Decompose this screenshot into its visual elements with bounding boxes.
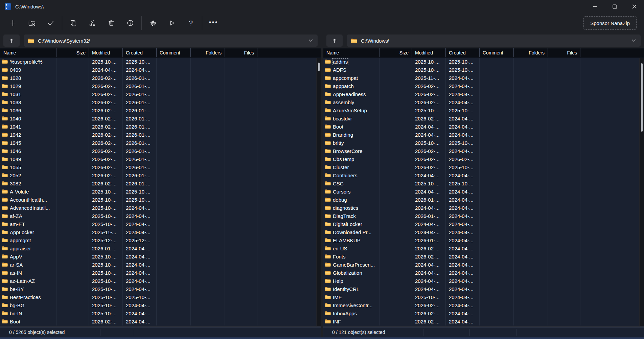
file-row[interactable]: en-US 2026-02-... 2024-04-... xyxy=(323,244,639,252)
maximize-button[interactable] xyxy=(605,0,624,13)
file-row[interactable]: Branding 2024-04-... 2024-04-... xyxy=(323,131,639,139)
file-row[interactable]: af-ZA 2025-10-... 2024-04-... xyxy=(0,212,316,220)
file-row[interactable]: ELAMBKUP 2026-01-... 2024-04-... xyxy=(323,236,639,244)
file-row[interactable]: 1055 2026-02-... 2026-01-... xyxy=(0,163,316,171)
file-row[interactable]: ar-SA 2025-10-... 2024-04-... xyxy=(0,261,316,269)
file-row[interactable]: 1036 2026-02-... 2026-01-... xyxy=(0,106,316,114)
file-row[interactable]: Globalization 2024-04-... 2024-04-... xyxy=(323,269,639,277)
test-check-button[interactable] xyxy=(41,16,60,30)
column-header-created[interactable]: Created xyxy=(446,48,480,57)
file-row[interactable]: BrowserCore 2026-02-... 2024-04-... xyxy=(323,147,639,155)
file-row[interactable]: AdvancedInstall... 2025-10-... 2024-04-.… xyxy=(0,204,316,212)
file-row[interactable]: A-Volute 2025-10-... 2025-10-... xyxy=(0,187,316,196)
file-row[interactable]: as-IN 2025-10-... 2024-04-... xyxy=(0,269,316,277)
extract-folder-button[interactable] xyxy=(22,16,41,30)
file-row[interactable]: Help 2024-04-... 2024-04-... xyxy=(323,277,639,285)
column-header-size[interactable]: Size xyxy=(380,48,412,57)
file-row[interactable]: apppatch 2026-02-... 2024-04-... xyxy=(323,82,639,90)
file-row[interactable]: assembly 2026-02-... 2024-04-... xyxy=(323,98,639,106)
file-row[interactable]: debug 2026-01-... 2024-04-... xyxy=(323,196,639,204)
file-row[interactable]: 3082 2026-02-... 2026-01-... xyxy=(0,179,316,187)
file-row[interactable]: AppV 2025-10-... 2024-04-... xyxy=(0,252,316,261)
file-row[interactable]: appcompat 2025-11-... 2024-04-... xyxy=(323,74,639,82)
file-row[interactable]: appraiser 2026-01-... 2024-04-... xyxy=(0,244,316,252)
file-row[interactable]: INF 2026-02-... 2024-04-... xyxy=(323,317,639,325)
file-row[interactable]: 1033 2026-02-... 2026-01-... xyxy=(0,98,316,106)
column-header-modified[interactable]: Modified xyxy=(89,48,123,57)
settings-gear-button[interactable] xyxy=(143,16,162,30)
up-button[interactable] xyxy=(326,35,343,47)
chevron-down-icon[interactable] xyxy=(309,39,313,42)
file-row[interactable]: Boot 2026-02-... 2024-04-... xyxy=(0,317,316,325)
more-options-button[interactable]: ●●● xyxy=(204,16,223,30)
path-combo[interactable]: C:\Windows\ xyxy=(347,35,641,47)
file-row[interactable]: 1040 2026-02-... 2026-01-... xyxy=(0,114,316,122)
column-header-folders[interactable]: Folders xyxy=(191,48,225,57)
file-row[interactable]: 1049 2026-02-... 2026-01-... xyxy=(0,155,316,163)
file-row[interactable]: AppReadiness 2026-02-... 2024-04-... xyxy=(323,90,639,98)
file-row[interactable]: bn-IN 2025-10-... 2024-04-... xyxy=(0,309,316,317)
column-header-size[interactable]: Size xyxy=(56,48,89,57)
chevron-down-icon[interactable] xyxy=(632,39,636,42)
file-row[interactable]: addins 2025-10-... 2025-10-... xyxy=(323,58,639,66)
file-row[interactable]: am-ET 2025-10-... 2024-04-... xyxy=(0,220,316,228)
column-header-folders[interactable]: Folders xyxy=(514,48,548,57)
scrollbar-thumb[interactable] xyxy=(318,63,320,71)
run-play-button[interactable] xyxy=(162,16,181,30)
column-header-files[interactable]: Files xyxy=(225,48,257,57)
file-row[interactable]: BestPractices 2025-10-... 2025-10-... xyxy=(0,293,316,301)
minimize-button[interactable] xyxy=(585,0,605,13)
file-row[interactable]: 1042 2026-02-... 2026-01-... xyxy=(0,131,316,139)
file-row[interactable]: CbsTemp 2026-02-... 2026-02-... xyxy=(323,155,639,163)
file-row[interactable]: Boot 2024-04-... 2024-04-... xyxy=(323,122,639,131)
up-button[interactable] xyxy=(3,35,20,47)
file-row[interactable]: GameBarPresen... 2024-04-... 2024-04-... xyxy=(323,261,639,269)
file-row[interactable]: DigitalLocker 2024-04-... 2024-04-... xyxy=(323,220,639,228)
close-button[interactable] xyxy=(624,0,644,13)
file-row[interactable]: az-Latn-AZ 2025-10-... 2024-04-... xyxy=(0,277,316,285)
file-row[interactable]: bcastdvr 2026-02-... 2024-04-... xyxy=(323,114,639,122)
column-header-comment[interactable]: Comment xyxy=(157,48,191,57)
file-row[interactable]: CSC 2025-10-... 2025-10-... xyxy=(323,179,639,187)
info-button[interactable] xyxy=(121,16,140,30)
file-row[interactable]: IME 2025-10-... 2024-04-... xyxy=(323,293,639,301)
file-row[interactable]: AzureArcSetup 2025-10-... 2025-10-... xyxy=(323,106,639,114)
file-row[interactable]: 1046 2026-02-... 2026-01-... xyxy=(0,147,316,155)
file-row[interactable]: 1041 2026-02-... 2026-01-... xyxy=(0,122,316,131)
file-row[interactable]: Downloaded Pr... 2024-04-... 2024-04-... xyxy=(323,228,639,236)
column-header-name[interactable]: Name xyxy=(0,48,56,57)
file-row[interactable]: DiagTrack 2026-01-... 2024-04-... xyxy=(323,212,639,220)
help-button[interactable]: ? xyxy=(181,16,200,30)
column-header-comment[interactable]: Comment xyxy=(480,48,514,57)
column-header-files[interactable]: Files xyxy=(548,48,580,57)
file-row[interactable]: brltty 2025-10-... 2025-10-... xyxy=(323,139,639,147)
file-row[interactable]: 0409 2024-04-... 2024-04-... xyxy=(0,66,316,74)
file-row[interactable]: diagnostics 2024-04-... 2024-04-... xyxy=(323,204,639,212)
copy-button[interactable] xyxy=(64,16,83,30)
scrollbar-thumb[interactable] xyxy=(641,63,643,132)
file-row[interactable]: 1028 2026-02-... 2026-01-... xyxy=(0,74,316,82)
file-row[interactable]: %userprofile% 2025-10-... 2025-10-... xyxy=(0,58,316,66)
column-header-name[interactable]: Name xyxy=(323,48,380,57)
column-header-modified[interactable]: Modified xyxy=(412,48,446,57)
vertical-scrollbar[interactable] xyxy=(639,58,644,326)
file-row[interactable]: Containers 2024-04-... 2024-04-... xyxy=(323,171,639,179)
file-row[interactable]: Cursors 2024-04-... 2024-04-... xyxy=(323,187,639,196)
path-combo[interactable]: C:\Windows\System32\ xyxy=(24,35,318,47)
file-row[interactable]: ADFS 2025-10-... 2025-10-... xyxy=(323,66,639,74)
file-row[interactable]: 2052 2026-02-... 2026-01-... xyxy=(0,171,316,179)
file-row[interactable]: be-BY 2025-10-... 2024-04-... xyxy=(0,285,316,293)
cut-button[interactable] xyxy=(83,16,102,30)
file-row[interactable]: Cluster 2026-02-... 2025-10-... xyxy=(323,163,639,171)
column-header-created[interactable]: Created xyxy=(123,48,157,57)
file-row[interactable]: IdentityCRL 2024-04-... 2024-04-... xyxy=(323,285,639,293)
file-row[interactable]: appmgmt 2025-12-... 2025-12-... xyxy=(0,236,316,244)
file-row[interactable]: AccountHealth... 2025-10-... 2025-10-... xyxy=(0,196,316,204)
file-row[interactable]: AppLocker 2025-11-... 2024-04-... xyxy=(0,228,316,236)
file-row[interactable]: InboxApps 2026-02-... 2024-04-... xyxy=(323,309,639,317)
delete-trash-button[interactable] xyxy=(102,16,121,30)
sponsor-button[interactable]: Sponsor NanaZip xyxy=(583,16,637,30)
add-button[interactable] xyxy=(3,16,22,30)
file-row[interactable]: 1031 2026-02-... 2026-01-... xyxy=(0,90,316,98)
file-row[interactable]: bg-BG 2025-10-... 2024-04-... xyxy=(0,301,316,309)
